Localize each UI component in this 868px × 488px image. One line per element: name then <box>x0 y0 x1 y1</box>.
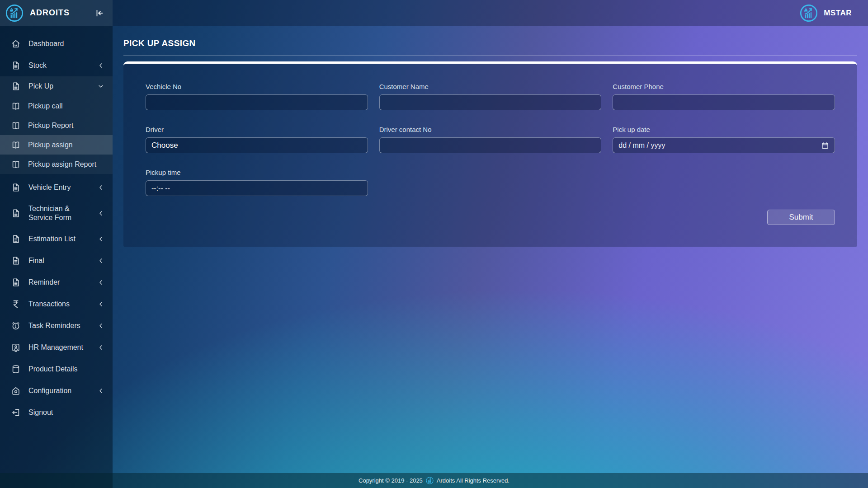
sidebar-header: ADROITS <box>0 0 113 26</box>
database-icon <box>11 364 21 374</box>
driver-field: Driver Choose <box>146 126 368 153</box>
file-icon <box>11 208 21 218</box>
mstar-logo-icon <box>800 4 818 22</box>
sidebar-item-transactions[interactable]: Transactions <box>0 293 113 315</box>
pickup-time-value: --:-- -- <box>151 184 170 192</box>
title-divider <box>123 55 857 56</box>
sidebar-collapse-icon[interactable] <box>94 8 104 18</box>
chevron-left-icon <box>97 184 104 191</box>
sidebar-subitem-pickup-report[interactable]: Pickup Report <box>0 116 113 135</box>
sidebar-item-product-details[interactable]: Product Details <box>0 358 113 380</box>
sidebar-item-task-reminders[interactable]: Task Reminders <box>0 315 113 337</box>
book-open-icon <box>11 121 21 131</box>
book-open-icon <box>11 101 21 111</box>
file-icon <box>11 234 21 244</box>
customer-phone-field: Customer Phone <box>613 83 835 110</box>
customer-name-input[interactable] <box>379 94 602 110</box>
sidebar-item-signout[interactable]: Signout <box>0 402 113 423</box>
sidebar-item-label: Product Details <box>28 365 104 374</box>
sidebar-item-label: Vehicle Entry <box>28 183 90 192</box>
footer: Copyright © 2019 - 2025 Ardoits All Righ… <box>0 473 868 488</box>
pickup-date-value: dd / mm / yyyy <box>618 141 665 150</box>
sidebar-subitem-pickup-assign-report[interactable]: Pickup assign Report <box>0 155 113 174</box>
form-actions: Submit <box>146 210 835 225</box>
sidebar-item-label: Pick Up <box>28 82 90 91</box>
vehicle-no-input[interactable] <box>146 94 368 110</box>
chevron-left-icon <box>97 344 104 351</box>
sidebar-item-pick-up[interactable]: Pick Up <box>0 76 113 96</box>
sidebar-item-label: Configuration <box>28 386 90 395</box>
pickup-group: Pick Up Pickup call <box>0 76 113 174</box>
footer-copyright-suffix: Ardoits All Rights Reserved. <box>437 477 509 484</box>
chevron-left-icon <box>97 387 104 394</box>
chevron-left-icon <box>97 300 104 308</box>
sidebar-item-hr-management[interactable]: HR Management <box>0 337 113 358</box>
pickup-date-input[interactable]: dd / mm / yyyy <box>613 137 835 153</box>
alarm-clock-icon <box>11 321 21 331</box>
chevron-left-icon <box>97 322 104 329</box>
sidebar-item-estimation-list[interactable]: Estimation List <box>0 228 113 250</box>
book-open-icon <box>11 140 21 150</box>
file-icon <box>11 256 21 266</box>
page-title: PICK UP ASSIGN <box>123 38 857 48</box>
workspace-name: MSTAR <box>824 9 852 18</box>
driver-contact-field: Driver contact No <box>379 126 602 153</box>
sidebar-nav: Dashboard Stock Pick Up <box>0 26 113 423</box>
sidebar-item-reminder[interactable]: Reminder <box>0 272 113 293</box>
logout-icon <box>11 408 21 418</box>
adroits-logo-icon <box>5 4 24 22</box>
sidebar-item-label: Signout <box>28 408 104 417</box>
sidebar-item-label: Reminder <box>28 278 90 287</box>
pickup-assign-form-card: Vechicle No Customer Name Customer Phone… <box>123 61 857 247</box>
calendar-icon[interactable] <box>821 141 829 150</box>
customer-name-label: Customer Name <box>379 83 602 90</box>
driver-select-value: Choose <box>151 141 178 150</box>
pickup-time-field: Pickup time --:-- -- <box>146 169 368 196</box>
chevron-left-icon <box>97 257 104 264</box>
pickup-date-label: Pick up date <box>613 126 835 133</box>
sidebar-item-stock[interactable]: Stock <box>0 55 113 76</box>
driver-contact-label: Driver contact No <box>379 126 602 133</box>
pickup-date-field: Pick up date dd / mm / yyyy <box>613 126 835 153</box>
chevron-down-icon <box>97 83 104 90</box>
chevron-left-icon <box>97 279 104 286</box>
sidebar-subitem-pickup-call[interactable]: Pickup call <box>0 96 113 116</box>
rupee-icon <box>11 299 21 309</box>
home-icon <box>11 39 21 49</box>
main-content: PICK UP ASSIGN Vechicle No Customer Name… <box>113 26 868 247</box>
sidebar-item-label: Task Reminders <box>28 321 90 330</box>
book-open-icon <box>11 160 21 169</box>
id-badge-icon <box>11 343 21 352</box>
customer-name-field: Customer Name <box>379 83 602 110</box>
sidebar-item-label: Technician & Service Form <box>28 204 90 222</box>
file-icon <box>11 81 21 91</box>
driver-select[interactable]: Choose <box>146 137 368 153</box>
customer-phone-input[interactable] <box>613 94 835 110</box>
sidebar-item-vehicle-entry[interactable]: Vehicle Entry <box>0 177 113 198</box>
form-grid: Vechicle No Customer Name Customer Phone… <box>146 83 835 196</box>
sidebar-subitem-label: Pickup assign Report <box>28 160 96 169</box>
chevron-left-icon <box>97 210 104 217</box>
pickup-time-input[interactable]: --:-- -- <box>146 180 368 196</box>
sidebar-item-configuration[interactable]: Configuration <box>0 380 113 402</box>
sidebar-item-label: Final <box>28 256 90 265</box>
sidebar-item-final[interactable]: Final <box>0 250 113 272</box>
customer-phone-label: Customer Phone <box>613 83 835 90</box>
sidebar-item-technician-service-form[interactable]: Technician & Service Form <box>0 198 113 228</box>
sidebar-item-label: Transactions <box>28 300 90 309</box>
sidebar: ADROITS Dashboard Stock <box>0 0 113 488</box>
sidebar-item-label: Dashboard <box>28 39 104 48</box>
sidebar-item-dashboard[interactable]: Dashboard <box>0 33 113 55</box>
file-icon <box>11 277 21 287</box>
footer-copyright-prefix: Copyright © 2019 - 2025 <box>359 477 423 484</box>
pickup-time-label: Pickup time <box>146 169 368 176</box>
submit-button[interactable]: Submit <box>767 210 835 225</box>
driver-label: Driver <box>146 126 368 133</box>
sidebar-item-label: Estimation List <box>28 235 90 244</box>
sidebar-item-label: HR Management <box>28 343 90 352</box>
top-header: MSTAR <box>113 0 868 26</box>
sidebar-subitem-label: Pickup assign <box>28 141 73 149</box>
sidebar-subitem-pickup-assign[interactable]: Pickup assign <box>0 135 113 155</box>
driver-contact-input[interactable] <box>379 137 602 153</box>
sidebar-subitem-label: Pickup Report <box>28 122 74 130</box>
